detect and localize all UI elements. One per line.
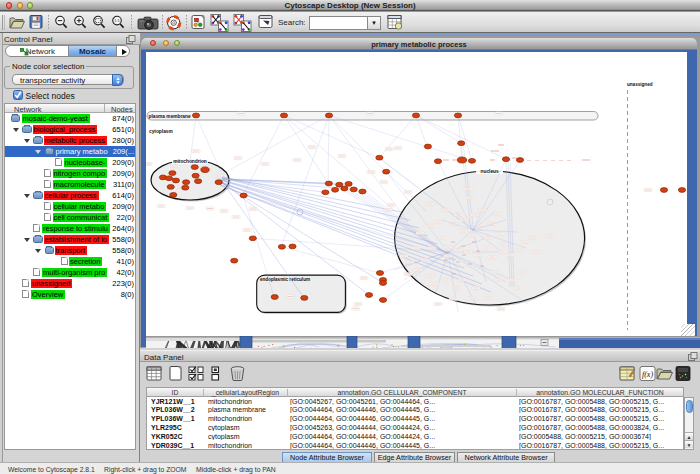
- svg-text:plasma membrane: plasma membrane: [149, 114, 191, 119]
- svg-text:f(x): f(x): [642, 370, 653, 379]
- svg-text:nucleus: nucleus: [481, 169, 499, 174]
- svg-text:endoplasmic reticulum: endoplasmic reticulum: [260, 277, 310, 282]
- svg-text:cytoplasm: cytoplasm: [149, 129, 173, 134]
- svg-text:1:1: 1:1: [114, 18, 120, 23]
- svg-text:unassigned: unassigned: [627, 82, 653, 87]
